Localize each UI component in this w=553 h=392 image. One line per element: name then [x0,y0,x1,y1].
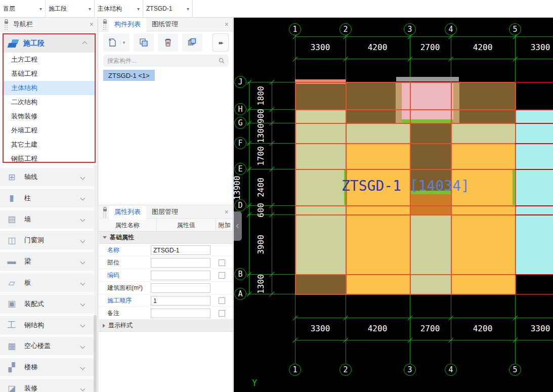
nav-item-基础工程[interactable]: 基础工程 [4,67,95,81]
cad-block-orange[interactable] [451,205,515,214]
cad-block-orange[interactable] [451,274,515,294]
component-panel-close-icon[interactable]: × [225,20,229,28]
tab-图层管理[interactable]: 图层管理 [146,205,184,219]
cad-viewport[interactable]: 1122334455JHGFEDBA3300420027004200330033… [234,18,553,392]
chevron-down-icon[interactable] [80,301,86,307]
extra-checkbox[interactable] [219,297,225,304]
cad-block-brown[interactable] [295,84,346,109]
category-装修[interactable]: ◪装修 [0,379,94,392]
cad-block-tan[interactable] [453,82,459,123]
cad-block-brown[interactable] [410,123,451,143]
cad-block-olive[interactable] [295,109,346,123]
property-value-input[interactable] [151,258,210,268]
category-楼梯[interactable]: ▞楼梯 [0,358,94,376]
extra-checkbox[interactable] [219,310,225,317]
floor-select[interactable]: 首层▾ [0,0,46,17]
category-空心楼盖[interactable]: ▦空心楼盖 [0,337,94,355]
chevron-down-icon[interactable] [80,238,86,243]
property-value-input[interactable] [151,309,210,318]
property-label[interactable]: 施工顺序 [107,294,132,307]
chevron-down-icon[interactable] [80,259,86,264]
group-basic-properties[interactable]: 基础属性 [99,232,233,244]
cad-block-darkorange[interactable] [410,205,451,214]
property-value-input[interactable] [151,283,210,293]
cad-block-olive[interactable] [451,123,515,143]
cad-block-cyan[interactable] [515,169,553,205]
category-门窗洞[interactable]: ◫门窗洞 [0,231,94,249]
component-list-item[interactable]: ZTSGD-1 <1> [103,70,155,81]
component-search[interactable] [103,55,229,67]
chevron-down-icon[interactable] [80,196,86,201]
panel-collapse-handle[interactable] [234,211,242,241]
tab-构件列表[interactable]: 构件列表 [109,18,146,31]
property-value-input[interactable] [151,245,210,255]
tab-图纸管理[interactable]: 图纸管理 [146,18,184,31]
nav-item-钢筋工程[interactable]: 钢筋工程 [4,152,95,166]
extra-checkbox[interactable] [219,272,225,279]
cad-block-orange[interactable] [346,143,410,169]
section-select[interactable]: 施工段▾ [46,0,95,17]
property-value-input[interactable] [151,271,210,280]
chevron-down-icon[interactable] [80,323,86,328]
cad-block-orange[interactable] [451,214,515,274]
new-component-button[interactable]: ▾ [103,33,130,52]
chevron-down-icon[interactable] [80,386,86,391]
category-墙[interactable]: ▤墙 [0,210,94,229]
property-label[interactable]: 名称 [107,244,119,256]
category-装配式[interactable]: ▣装配式 [0,295,94,313]
cad-block-olive[interactable] [295,205,346,214]
nav-close-icon[interactable]: × [90,20,94,28]
cad-block-olive[interactable] [295,143,346,169]
property-label[interactable]: 编码 [107,269,119,282]
cad-block-olive[interactable] [410,214,451,274]
nav-item-其它土建[interactable]: 其它土建 [4,138,95,152]
duplicate-button[interactable] [182,33,202,52]
cad-block-olive[interactable] [295,169,346,205]
cad-block-orange[interactable] [346,205,410,214]
chevron-down-icon[interactable] [80,365,86,370]
cad-block-orange[interactable] [346,274,410,294]
nav-item-装饰装修[interactable]: 装饰装修 [4,109,95,123]
copy-button[interactable] [134,33,154,52]
property-value-input[interactable] [151,296,210,306]
group-display-style[interactable]: 显示样式 [99,320,233,332]
nav-item-土方工程[interactable]: 土方工程 [4,53,95,67]
cad-block-cyan[interactable] [515,143,553,169]
cad-block-orange[interactable] [451,143,515,169]
cad-block-brown[interactable] [410,143,451,169]
cad-block-olive[interactable] [295,214,346,274]
expand-toolbar-button[interactable]: ▸▸ [212,33,229,52]
category-钢结构[interactable]: 工钢结构 [0,316,94,334]
delete-button[interactable] [158,33,178,52]
cad-block-olive[interactable] [410,274,451,294]
nav-item-二次结构[interactable]: 二次结构 [4,95,95,109]
cad-block-cyan[interactable] [515,205,553,214]
chevron-up-icon[interactable] [82,41,88,46]
chevron-down-icon[interactable] [80,343,86,349]
extra-checkbox[interactable] [219,259,225,266]
cad-block-cyan[interactable] [515,214,553,274]
chevron-down-icon[interactable] [80,280,86,285]
nav-item-主体结构[interactable]: 主体结构 [4,81,95,95]
cad-block-orange[interactable] [346,214,410,274]
category-梁[interactable]: ▬梁 [0,252,94,271]
cad-block-darkorange[interactable] [410,194,451,205]
search-input[interactable] [107,57,219,64]
cad-block-olive[interactable] [295,123,410,143]
category-轴线[interactable]: ⊞轴线 [0,168,94,186]
category-柱[interactable]: ▮柱 [0,189,94,207]
cad-block-cyan[interactable] [515,109,553,123]
cad-block-tan[interactable] [396,82,402,123]
category-板[interactable]: ▱板 [0,274,94,292]
cad-block-brown[interactable] [295,274,346,294]
tab-属性列表[interactable]: 属性列表 [109,205,146,219]
structure-select[interactable]: 主体结构▾ [95,0,143,17]
caret-down-icon[interactable]: ▾ [120,40,125,45]
properties-panel-close-icon[interactable]: × [225,208,229,216]
component-select[interactable]: ZTSGD-1▾ [143,0,193,17]
cad-block-gray[interactable] [396,77,459,81]
chevron-down-icon[interactable] [80,175,86,180]
nav-scrollbar[interactable] [94,165,97,391]
chevron-down-icon[interactable] [80,217,86,222]
nav-item-外墙工程[interactable]: 外墙工程 [4,123,95,138]
